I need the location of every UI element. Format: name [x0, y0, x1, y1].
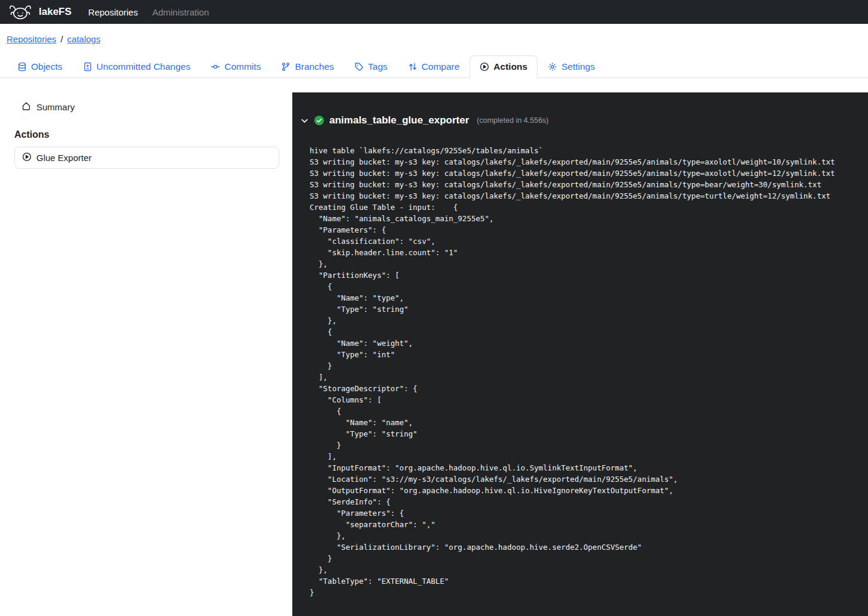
file-diff-icon — [83, 62, 92, 72]
action-item-glue-exporter[interactable]: Glue Exporter — [14, 147, 279, 169]
lakefs-brand[interactable]: lakeFS — [7, 2, 72, 22]
tab-label: Compare — [422, 61, 460, 72]
summary-label: Summary — [36, 102, 75, 112]
tab-commits[interactable]: Commits — [200, 55, 271, 78]
tab-objects[interactable]: Objects — [7, 55, 73, 78]
navbar-item-administration[interactable]: Administration — [145, 2, 216, 22]
tab-label: Branches — [295, 61, 333, 72]
play-circle-icon — [480, 62, 489, 72]
hook-run-log-output: hive table `lakefs://catalogs/9255e5/tab… — [310, 145, 856, 598]
tab-branches[interactable]: Branches — [271, 55, 344, 78]
actions-page: Summary Actions Glue Exporter — [0, 92, 868, 616]
tab-label: Tags — [368, 61, 388, 72]
repository-tabs: Objects Uncommitted Changes Commits — [0, 55, 868, 78]
action-run-log-panel: animals_table_glue_exporter (completed i… — [292, 92, 868, 616]
tab-label: Objects — [31, 61, 63, 72]
tab-settings[interactable]: Settings — [538, 55, 605, 78]
brand-name: lakeFS — [39, 6, 72, 18]
tab-actions[interactable]: Actions — [469, 55, 538, 78]
breadcrumb-repositories-link[interactable]: Repositories — [7, 34, 56, 44]
success-check-icon — [314, 116, 324, 125]
home-icon — [21, 101, 31, 113]
play-circle-icon — [22, 152, 32, 163]
actions-heading: Actions — [14, 129, 279, 140]
commit-icon — [211, 62, 220, 72]
hook-run-title: animals_table_glue_exporter — [329, 114, 469, 126]
compare-icon — [408, 62, 418, 72]
action-item-label: Glue Exporter — [36, 153, 92, 163]
navbar-menu: Repositories Administration — [81, 2, 216, 22]
tab-tags[interactable]: Tags — [344, 55, 398, 78]
gear-icon — [548, 62, 557, 72]
tab-compare[interactable]: Compare — [398, 55, 470, 78]
tab-label: Uncommitted Changes — [97, 61, 191, 72]
tab-uncommitted-changes[interactable]: Uncommitted Changes — [73, 55, 201, 78]
tag-icon — [354, 62, 364, 72]
chevron-down-icon[interactable] — [300, 116, 309, 125]
breadcrumb-catalogs-link[interactable]: catalogs — [67, 34, 101, 44]
tab-label: Actions — [493, 61, 527, 72]
sidebar-item-summary[interactable]: Summary — [14, 96, 279, 118]
database-icon — [17, 62, 27, 72]
tab-label: Settings — [561, 61, 595, 72]
breadcrumb: Repositories/catalogs — [0, 24, 868, 44]
actions-sidebar: Summary Actions Glue Exporter — [0, 92, 292, 616]
top-navbar: lakeFS Repositories Administration — [0, 0, 868, 24]
hook-run-duration: (completed in 4.556s) — [477, 116, 548, 125]
tab-label: Commits — [224, 61, 261, 72]
navbar-item-repositories[interactable]: Repositories — [81, 2, 145, 22]
branch-icon — [281, 62, 291, 72]
axolotl-logo-icon — [7, 2, 33, 22]
hook-run-header[interactable]: animals_table_glue_exporter (completed i… — [300, 114, 856, 126]
breadcrumb-separator: / — [60, 34, 63, 44]
